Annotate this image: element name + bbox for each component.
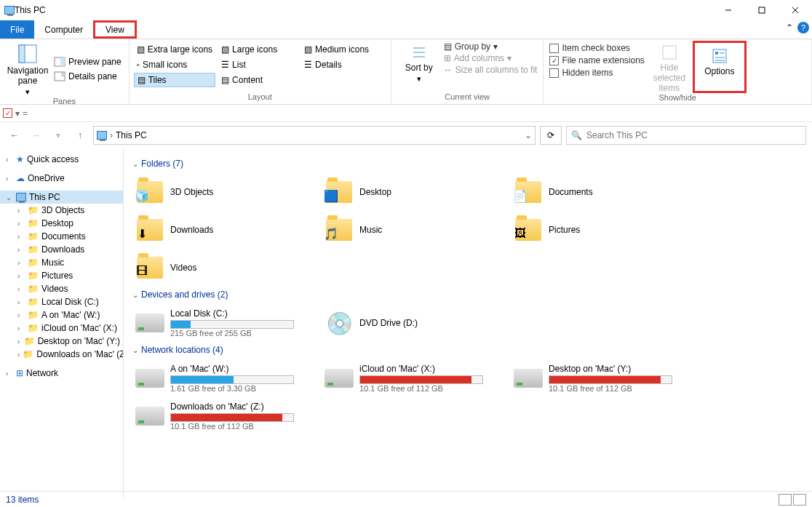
group-by-button[interactable]: ▤Group by ▾ <box>442 41 539 52</box>
navigation-pane-icon <box>17 44 38 64</box>
tree-this-pc[interactable]: ⌄This PC <box>0 191 123 204</box>
search-input[interactable] <box>586 130 801 140</box>
ribbon-tabs: File Computer View <box>0 20 812 39</box>
address-icon <box>97 131 107 140</box>
layout-content[interactable]: ▤Content <box>218 73 298 87</box>
back-button[interactable]: ← <box>6 127 23 144</box>
item-checkboxes-toggle[interactable]: Item check boxes <box>548 42 645 54</box>
breadcrumb-chevron-icon[interactable]: › <box>110 130 113 140</box>
folder-tile[interactable]: 🎵Music <box>322 212 503 247</box>
size-columns-button[interactable]: ↔Size all columns to fit <box>442 64 539 76</box>
folder-tile[interactable]: 🧊3D Objects <box>132 175 314 209</box>
drive-tile[interactable]: A on 'Mac' (W:)1.61 GB free of 3.30 GB <box>132 361 314 396</box>
help-icon[interactable]: ? <box>797 22 809 33</box>
tree-item[interactable]: ›📁Music <box>0 256 123 269</box>
section-folders[interactable]: ⌄Folders (7) <box>132 159 803 169</box>
add-columns-button[interactable]: ⊞Add columns ▾ <box>442 52 539 64</box>
sort-by-button[interactable]: Sort by▾ <box>396 41 442 92</box>
svg-rect-14 <box>663 46 676 59</box>
svg-rect-16 <box>715 52 718 55</box>
options-button[interactable]: Options <box>696 44 743 76</box>
tree-item[interactable]: ›📁Documents <box>0 230 123 243</box>
section-network-locations[interactable]: ⌄Network locations (4) <box>132 345 803 355</box>
layout-small[interactable]: ▫Small icons <box>134 57 215 72</box>
group-current-view-label: Current view <box>396 92 539 104</box>
qat-dropdown-icon[interactable]: ▾ <box>15 108 20 119</box>
group-panes-label: Panes <box>4 97 124 105</box>
svg-rect-1 <box>759 7 765 13</box>
drive-tile[interactable]: Desktop on 'Mac' (Y:)10.1 GB free of 112… <box>511 361 693 396</box>
folder-tile[interactable]: 🎞Videos <box>132 250 314 285</box>
tree-item[interactable]: ›📁Pictures <box>0 269 123 282</box>
svg-rect-5 <box>19 45 25 63</box>
quick-access-toolbar: ✓ ▾ = <box>0 105 812 122</box>
navigation-pane-button[interactable]: Navigation pane▾ <box>4 41 51 97</box>
hidden-items-toggle[interactable]: Hidden items <box>548 67 645 79</box>
recent-locations-button[interactable]: ▾ <box>49 127 67 144</box>
svg-rect-7 <box>60 57 65 66</box>
this-pc-icon <box>4 6 15 15</box>
tree-item[interactable]: ›📁A on 'Mac' (W:) <box>0 308 123 322</box>
status-item-count: 13 items <box>6 495 39 505</box>
drive-tile[interactable]: Downloads on 'Mac' (Z:)10.1 GB free of 1… <box>132 399 314 434</box>
refresh-button[interactable]: ⟳ <box>540 126 562 145</box>
tab-file[interactable]: File <box>0 20 34 39</box>
tree-item[interactable]: ›📁Desktop on 'Mac' (Y:) <box>0 335 123 348</box>
folder-tile[interactable]: ⬇Downloads <box>132 212 314 247</box>
view-details-button[interactable] <box>779 494 792 506</box>
drive-tile[interactable]: iCloud on 'Mac' (X:)10.1 GB free of 112 … <box>322 361 503 396</box>
options-icon <box>711 47 728 65</box>
forward-button[interactable]: → <box>28 127 45 144</box>
drive-tile[interactable]: Local Disk (C:)215 GB free of 255 GB <box>132 306 314 340</box>
tree-item[interactable]: ›📁Downloads <box>0 243 123 256</box>
layout-large[interactable]: ▧Large icons <box>218 42 298 57</box>
ribbon: Navigation pane▾ Preview pane Details pa… <box>0 39 812 105</box>
layout-tiles[interactable]: ▤Tiles <box>134 73 215 87</box>
sort-icon <box>410 44 428 61</box>
drive-tile[interactable]: 💿DVD Drive (D:) <box>322 306 503 340</box>
breadcrumb-this-pc[interactable]: This PC <box>116 130 147 140</box>
address-bar[interactable]: › This PC ⌄ <box>93 126 536 145</box>
hide-selected-button: Hide selected items <box>646 41 693 93</box>
tree-quick-access[interactable]: ›★Quick access <box>0 153 123 166</box>
folder-tile[interactable]: 🖼Pictures <box>511 212 693 247</box>
content-area: ⌄Folders (7) 🧊3D Objects🟦Desktop📄Documen… <box>124 148 812 498</box>
folder-tile[interactable]: 🟦Desktop <box>322 175 503 209</box>
tree-network[interactable]: ›⊞Network <box>0 367 123 380</box>
window-title: This PC <box>15 5 712 15</box>
tab-view[interactable]: View <box>93 20 137 39</box>
address-dropdown-icon[interactable]: ⌄ <box>525 130 532 140</box>
layout-medium[interactable]: ▧Medium icons <box>301 42 381 57</box>
tree-item[interactable]: ›📁Local Disk (C:) <box>0 295 123 308</box>
file-extensions-toggle[interactable]: ✓File name extensions <box>548 55 645 66</box>
details-pane-button[interactable]: Details pane <box>51 70 124 83</box>
layout-list[interactable]: ☰List <box>218 57 298 72</box>
preview-pane-button[interactable]: Preview pane <box>51 55 124 68</box>
tree-item[interactable]: ›📁iCloud on 'Mac' (X:) <box>0 322 123 335</box>
up-button[interactable]: ↑ <box>71 127 89 144</box>
tree-item[interactable]: ›📁Videos <box>0 282 123 295</box>
qat-checkbox-icon[interactable]: ✓ <box>3 108 12 118</box>
ribbon-collapse-icon[interactable]: ⌃ <box>786 23 793 33</box>
tree-item[interactable]: ›📁Downloads on 'Mac' (Z:) <box>0 348 123 361</box>
tree-item[interactable]: ›📁3D Objects <box>0 204 123 217</box>
search-icon: 🔍 <box>571 130 582 140</box>
minimize-button[interactable] <box>712 0 745 20</box>
maximize-button[interactable] <box>745 0 779 20</box>
navigation-bar: ← → ▾ ↑ › This PC ⌄ ⟳ 🔍 <box>0 122 812 148</box>
status-bar: 13 items <box>0 491 812 507</box>
layout-details[interactable]: ☰Details <box>301 57 381 72</box>
group-show-hide-label: Show/hide <box>548 93 807 104</box>
section-drives[interactable]: ⌄Devices and drives (2) <box>132 290 803 300</box>
folder-tile[interactable]: 📄Documents <box>511 175 693 209</box>
title-bar: This PC <box>0 0 812 20</box>
group-layout-label: Layout <box>134 92 386 104</box>
tree-onedrive[interactable]: ›☁OneDrive <box>0 172 123 185</box>
tree-item[interactable]: ›📁Desktop <box>0 217 123 230</box>
tab-computer[interactable]: Computer <box>34 20 93 39</box>
navigation-pane: ›★Quick access ›☁OneDrive ⌄This PC ›📁3D … <box>0 148 124 498</box>
layout-extra-large[interactable]: ▧Extra large icons <box>134 42 215 57</box>
view-large-button[interactable] <box>793 494 806 506</box>
search-box[interactable]: 🔍 <box>566 126 806 145</box>
close-button[interactable] <box>779 0 812 20</box>
